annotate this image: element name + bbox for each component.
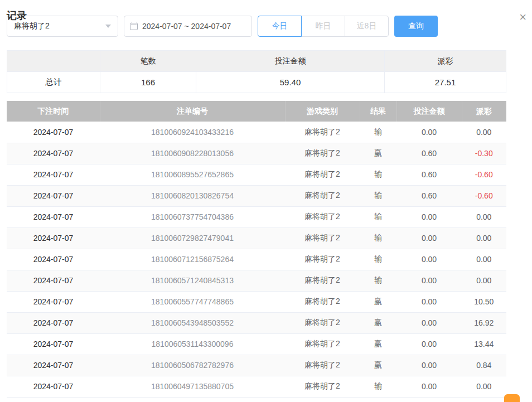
summary-total-row: 总计 166 59.40 27.51: [7, 72, 506, 93]
payout-cell: 13.44: [462, 333, 506, 355]
page-title: 记录: [7, 9, 27, 22]
summary-total-payout: 27.51: [385, 72, 506, 93]
game-type-cell: 麻将胡了2: [285, 270, 360, 291]
bet-amount-cell: 0.60: [396, 164, 462, 185]
header-bet-amount: 投注金额: [396, 101, 462, 122]
bet-amount-cell: 0.00: [396, 291, 462, 312]
table-row: 2024-07-071810060531143300096麻将胡了2赢0.001…: [7, 333, 506, 355]
table-row: 2024-07-071810060571240845313麻将胡了2输0.000…: [7, 270, 506, 291]
bet-time-cell: 2024-07-07: [7, 122, 100, 143]
bet-time-cell: 2024-07-07: [7, 333, 100, 355]
game-type-cell: 麻将胡了2: [285, 122, 360, 143]
records-header-row: 下注时间 注单编号 游戏类别 结果 投注金额 派彩: [7, 101, 506, 122]
result-cell: 赢: [360, 291, 396, 312]
result-cell: 输: [360, 249, 396, 270]
bet-time-cell: 2024-07-07: [7, 227, 100, 249]
table-row: 2024-07-071810060820130826754麻将胡了2输0.60-…: [7, 185, 506, 206]
bet-time-cell: 2024-07-07: [7, 312, 100, 333]
game-type-cell: 麻将胡了2: [285, 376, 360, 397]
bet-id-cell: 1810060543948503552: [100, 312, 285, 333]
bet-amount-cell: 0.00: [396, 333, 462, 355]
header-game-type: 游戏类别: [285, 101, 360, 122]
bet-time-cell: 2024-07-07: [7, 249, 100, 270]
records-table: 下注时间 注单编号 游戏类别 结果 投注金额 派彩 2024-07-071810…: [7, 101, 506, 398]
bet-time-cell: 2024-07-07: [7, 355, 100, 376]
game-type-cell: 麻将胡了2: [285, 185, 360, 206]
floating-service-button[interactable]: [504, 394, 520, 402]
result-cell: 赢: [360, 333, 396, 355]
bet-id-cell: 1810060924103433216: [100, 122, 285, 143]
payout-cell: 0.84: [462, 355, 506, 376]
summary-header-empty: [7, 51, 100, 72]
payout-cell: 0.00: [462, 270, 506, 291]
summary-total-count: 166: [100, 72, 196, 93]
header-bet-id: 注单编号: [100, 101, 285, 122]
filter-bar: 麻将胡了2 2024-07-07 ~ 2024-07-07 今日 昨日 近8日 …: [7, 16, 525, 37]
bet-time-cell: 2024-07-07: [7, 291, 100, 312]
result-cell: 输: [360, 164, 396, 185]
header-bet-time: 下注时间: [7, 101, 100, 122]
bet-id-cell: 1810060908228013056: [100, 143, 285, 164]
table-row: 2024-07-071810060712156875264麻将胡了2输0.000…: [7, 249, 506, 270]
result-cell: 输: [360, 206, 396, 227]
yesterday-button[interactable]: 昨日: [301, 16, 345, 37]
bet-id-cell: 1810060531143300096: [100, 333, 285, 355]
game-type-cell: 麻将胡了2: [285, 333, 360, 355]
result-cell: 赢: [360, 355, 396, 376]
summary-total-label: 总计: [7, 72, 100, 93]
game-select-value: 麻将胡了2: [14, 21, 50, 31]
summary-total-bet-amount: 59.40: [196, 72, 385, 93]
bet-amount-cell: 0.00: [396, 249, 462, 270]
records-page: 记录 × 麻将胡了2 2024-07-07 ~ 2024-07-07 今日 昨日…: [0, 16, 532, 398]
payout-cell: 0.00: [462, 249, 506, 270]
summary-table: 笔数 投注金额 派彩 总计 166 59.40 27.51: [7, 50, 506, 93]
date-range-picker[interactable]: 2024-07-07 ~ 2024-07-07: [124, 16, 252, 37]
bet-amount-cell: 0.00: [396, 312, 462, 333]
game-type-cell: 麻将胡了2: [285, 291, 360, 312]
result-cell: 输: [360, 185, 396, 206]
game-type-cell: 麻将胡了2: [285, 355, 360, 376]
bet-time-cell: 2024-07-07: [7, 143, 100, 164]
query-button[interactable]: 查询: [394, 16, 438, 37]
last8days-button[interactable]: 近8日: [345, 16, 389, 37]
header-payout: 派彩: [462, 101, 506, 122]
bet-id-cell: 1810060506782782976: [100, 355, 285, 376]
summary-header-payout: 派彩: [385, 51, 506, 72]
bet-time-cell: 2024-07-07: [7, 270, 100, 291]
bet-amount-cell: 0.00: [396, 206, 462, 227]
table-row: 2024-07-071810060557747748865麻将胡了2赢0.001…: [7, 291, 506, 312]
bet-id-cell: 1810060729827479041: [100, 227, 285, 249]
header-result: 结果: [360, 101, 396, 122]
table-row: 2024-07-071810060543948503552麻将胡了2赢0.001…: [7, 312, 506, 333]
table-row: 2024-07-071810060729827479041麻将胡了2输0.000…: [7, 227, 506, 249]
records-body: 2024-07-071810060924103433216麻将胡了2输0.000…: [7, 122, 506, 397]
bet-id-cell: 1810060497135880705: [100, 376, 285, 397]
bet-time-cell: 2024-07-07: [7, 164, 100, 185]
payout-cell: 0.00: [462, 122, 506, 143]
today-button[interactable]: 今日: [258, 16, 302, 37]
close-icon[interactable]: ×: [519, 11, 526, 23]
result-cell: 输: [360, 376, 396, 397]
bet-amount-cell: 0.60: [396, 185, 462, 206]
payout-cell: -0.60: [462, 164, 506, 185]
table-row: 2024-07-071810060506782782976麻将胡了2赢0.000…: [7, 355, 506, 376]
result-cell: 赢: [360, 312, 396, 333]
summary-header-row: 笔数 投注金额 派彩: [7, 51, 506, 72]
bet-amount-cell: 0.00: [396, 227, 462, 249]
payout-cell: -0.30: [462, 143, 506, 164]
bet-id-cell: 1810060820130826754: [100, 185, 285, 206]
game-type-cell: 麻将胡了2: [285, 206, 360, 227]
bet-amount-cell: 0.00: [396, 270, 462, 291]
table-row: 2024-07-071810060924103433216麻将胡了2输0.000…: [7, 122, 506, 143]
bet-time-cell: 2024-07-07: [7, 185, 100, 206]
bet-time-cell: 2024-07-07: [7, 376, 100, 397]
bet-time-cell: 2024-07-07: [7, 206, 100, 227]
game-type-cell: 麻将胡了2: [285, 227, 360, 249]
bet-id-cell: 1810060737754704386: [100, 206, 285, 227]
quick-range-group: 今日 昨日 近8日: [258, 16, 389, 37]
summary-header-count: 笔数: [100, 51, 196, 72]
bet-id-cell: 1810060571240845313: [100, 270, 285, 291]
table-row: 2024-07-071810060908228013056麻将胡了2赢0.60-…: [7, 143, 506, 164]
chevron-down-icon: [105, 25, 111, 28]
game-type-cell: 麻将胡了2: [285, 249, 360, 270]
